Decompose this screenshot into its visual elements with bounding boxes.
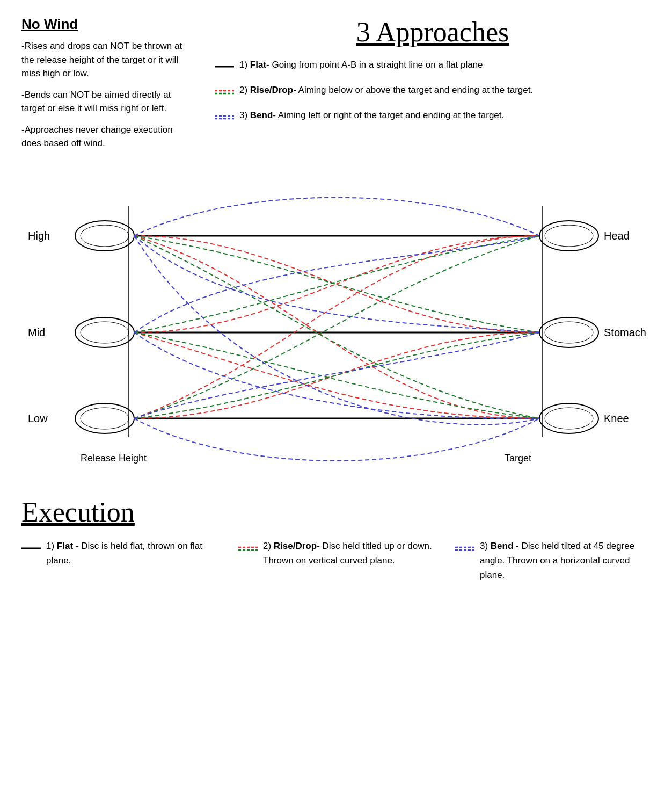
label-low: Low [28,412,48,424]
execution-bend-text: 3) Bend - Disc held tilted at 45 degree … [480,539,651,583]
approach-bend: 3) Bend- Aiming left or right of the tar… [215,108,651,125]
svg-point-14 [545,225,593,247]
exec-flat-icon [21,541,41,556]
no-wind-para-1: -Rises and drops can NOT be thrown at th… [21,39,193,81]
execution-rise-drop-text: 2) Rise/Drop- Disc held titled up or dow… [263,539,434,568]
diagram-svg: High Mid Low Head Stomach Knee Release H… [21,174,651,480]
bend-icon [215,110,234,125]
svg-point-10 [81,322,129,343]
approach-bend-text: 3) Bend- Aiming left or right of the tar… [239,108,504,122]
execution-rise-drop: 2) Rise/Drop- Disc held titled up or dow… [238,539,434,583]
approaches-section: 3 Approaches 1) Flat- Going from point A… [215,16,651,158]
approach-rise-drop-text: 2) Rise/Drop- Aiming below or above the … [239,83,533,97]
rise-drop-icon [215,85,234,99]
no-wind-title: No Wind [21,16,193,33]
execution-title: Execution [21,496,651,528]
exec-bend-icon [455,541,474,556]
no-wind-para-3: -Approaches never change execution does … [21,123,193,150]
approach-flat-text: 1) Flat- Going from point A-B in a strai… [239,57,483,72]
approaches-title: 3 Approaches [215,16,651,48]
svg-point-16 [545,322,593,343]
svg-point-8 [81,225,129,247]
execution-section: Execution 1) Flat - Disc is held flat, t… [21,496,651,583]
label-high: High [28,230,50,242]
label-head: Head [604,230,630,242]
label-release-height: Release Height [81,453,147,464]
label-knee: Knee [604,412,629,424]
label-mid: Mid [28,327,45,338]
no-wind-para-2: -Bends can NOT be aimed directly at targ… [21,88,193,115]
label-stomach: Stomach [604,327,646,338]
approaches-list: 1) Flat- Going from point A-B in a strai… [215,57,651,125]
diagram-section: High Mid Low Head Stomach Knee Release H… [21,174,651,486]
execution-flat-text: 1) Flat - Disc is held flat, thrown on f… [46,539,217,568]
execution-bend: 3) Bend - Disc held tilted at 45 degree … [455,539,651,583]
no-wind-section: No Wind -Rises and drops can NOT be thro… [21,16,193,158]
approach-flat: 1) Flat- Going from point A-B in a strai… [215,57,651,74]
execution-flat: 1) Flat - Disc is held flat, thrown on f… [21,539,217,583]
svg-point-12 [81,408,129,429]
exec-rise-drop-icon [238,541,258,556]
svg-point-18 [545,408,593,429]
flat-icon [215,60,234,74]
approach-rise-drop: 2) Rise/Drop- Aiming below or above the … [215,83,651,99]
execution-list: 1) Flat - Disc is held flat, thrown on f… [21,539,651,583]
label-target: Target [505,453,531,464]
